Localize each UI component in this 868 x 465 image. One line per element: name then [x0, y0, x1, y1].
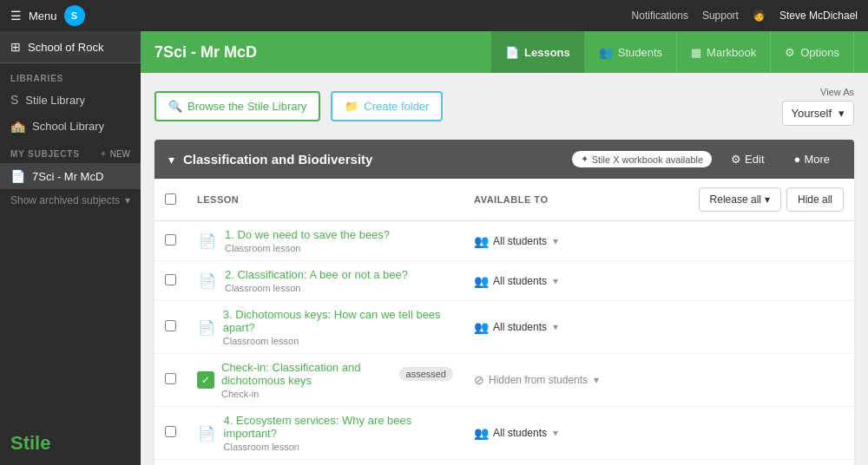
release-all-button[interactable]: Release all ▾ — [699, 187, 781, 212]
avatar[interactable]: S — [64, 5, 85, 26]
hamburger-icon[interactable]: ☰ — [10, 9, 22, 23]
lesson-check-icon: ✓ — [197, 370, 214, 390]
more-unit-button[interactable]: ● More — [784, 148, 840, 170]
school-selector[interactable]: ⊞ School of Rock — [0, 31, 141, 63]
lesson-info: 1. Do we need to save the bees? Classroo… — [225, 228, 390, 253]
school-library-icon: 🏫 — [10, 119, 25, 133]
browse-library-button[interactable]: 🔍 Browse the Stile Library — [155, 91, 320, 121]
availability-dropdown[interactable]: ▾ — [553, 275, 558, 287]
subject-header: 7Sci - Mr McD 📄 Lessons 👥 Students ▦ Mar… — [141, 31, 868, 73]
unit-title: Classification and Biodiversity — [183, 152, 563, 167]
school-name: School of Rock — [28, 41, 103, 54]
lesson-title[interactable]: 2. Classification: A bee or not a bee? — [225, 268, 408, 281]
edit-unit-button[interactable]: ⚙ Edit — [720, 148, 774, 170]
lesson-cell: ✓ Check-in: Classification and dichotomo… — [187, 354, 464, 407]
lesson-info: Check-in: Classification and dichotomous… — [221, 361, 453, 399]
availability-dropdown[interactable]: ▾ — [553, 427, 558, 439]
select-all-checkbox[interactable] — [165, 193, 176, 205]
support-link[interactable]: Support — [702, 10, 739, 22]
nav-left: ☰ Menu S — [10, 5, 85, 26]
collapse-icon[interactable]: ▾ — [168, 153, 174, 167]
release-dropdown-icon: ▾ — [765, 193, 770, 206]
chevron-down-icon: ▾ — [125, 194, 130, 206]
menu-label[interactable]: Menu — [29, 10, 57, 23]
availability-cell: 👥 All students ▾ — [464, 460, 681, 466]
release-all-label: Release all — [710, 193, 761, 206]
my-subjects-header: MY SUBJECTS ＋ NEW — [0, 139, 141, 163]
lesson-cell: 📄 4. Ecosystem services: Why are bees im… — [187, 407, 464, 460]
top-navigation: ☰ Menu S Notifications Support 🧑 Steve M… — [0, 0, 868, 31]
tab-options[interactable]: ⚙ Options — [771, 31, 854, 73]
create-folder-button[interactable]: 📁 Create folder — [331, 91, 443, 121]
availability-label: All students — [493, 427, 547, 439]
lesson-title[interactable]: 4. Ecosystem services: Why are bees impo… — [224, 414, 453, 440]
options-icon: ⚙ — [785, 46, 795, 59]
markbook-tab-label: Markbook — [707, 46, 756, 59]
assessed-badge: assessed — [399, 367, 453, 381]
subject-title: 7Sci - Mr McD — [155, 43, 491, 62]
row-checkbox[interactable] — [165, 234, 176, 246]
availability-dropdown[interactable]: ▾ — [553, 321, 558, 333]
lesson-cell: 📄 5. Biodiversity and food: How do bees … — [187, 460, 464, 466]
lesson-row-content: 📄 2. Classification: A bee or not a bee?… — [197, 268, 453, 293]
sidebar-item-stile-library[interactable]: S Stile Library — [0, 87, 141, 113]
lesson-title[interactable]: 1. Do we need to save the bees? — [225, 228, 390, 241]
lesson-title[interactable]: 3. Dichotomous keys: How can we tell bee… — [223, 308, 453, 334]
row-checkbox[interactable] — [165, 373, 176, 384]
row-checkbox[interactable] — [165, 320, 176, 331]
plus-icon: ＋ — [99, 147, 108, 160]
stile-library-label: Stile Library — [25, 94, 85, 107]
lesson-info: 2. Classification: A bee or not a bee? C… — [225, 268, 408, 293]
content-area: 7Sci - Mr McD 📄 Lessons 👥 Students ▦ Mar… — [141, 31, 868, 465]
row-checkbox[interactable] — [165, 426, 176, 437]
table-row: 📄 2. Classification: A bee or not a bee?… — [155, 261, 854, 301]
table-header-row: LESSON AVAILABLE TO Release all ▾ — [155, 179, 854, 221]
sidebar-item-school-library[interactable]: 🏫 School Library — [0, 113, 141, 139]
row-checkbox-cell — [155, 354, 187, 407]
tab-markbook[interactable]: ▦ Markbook — [677, 31, 771, 73]
availability-dropdown[interactable]: ▾ — [553, 235, 558, 247]
table-row: 📄 1. Do we need to save the bees? Classr… — [155, 221, 854, 261]
lesson-row-content: 📄 3. Dichotomous keys: How can we tell b… — [197, 308, 453, 346]
lesson-type: Check-in — [221, 389, 453, 399]
action-bar: 🔍 Browse the Stile Library 📁 Create fold… — [155, 87, 854, 126]
view-as-control: View As Yourself ▾ — [782, 87, 855, 126]
options-tab-label: Options — [800, 46, 839, 59]
dropdown-arrow-icon: ▾ — [838, 107, 845, 120]
grid-icon: ⊞ — [10, 40, 21, 54]
lesson-type: Classroom lesson — [225, 243, 390, 253]
view-as-dropdown[interactable]: Yourself ▾ — [782, 101, 855, 126]
availability-label: Hidden from students — [489, 374, 588, 386]
th-actions: Release all ▾ Hide all — [681, 179, 854, 221]
gear-icon: ⚙ — [731, 153, 741, 166]
lesson-title[interactable]: Check-in: Classification and dichotomous… — [221, 361, 389, 387]
show-archived-button[interactable]: Show archived subjects ▾ — [0, 189, 141, 212]
table-row: 📄 5. Biodiversity and food: How do bees … — [155, 460, 854, 466]
lesson-info: 3. Dichotomous keys: How can we tell bee… — [223, 308, 453, 346]
availability-badge: 👥 All students ▾ — [474, 274, 558, 288]
sidebar-item-active-subject[interactable]: 📄 7Sci - Mr McD — [0, 163, 141, 189]
new-subject-button[interactable]: ＋ NEW — [99, 147, 130, 160]
badge-label: Stile X workbook available — [592, 154, 703, 165]
view-as-label: View As — [820, 87, 854, 97]
user-name: Steve McDichael — [779, 10, 858, 22]
notifications-link[interactable]: Notifications — [632, 10, 688, 22]
availability-badge: 👥 All students ▾ — [474, 426, 558, 440]
tab-students[interactable]: 👥 Students — [585, 31, 677, 73]
view-as-value: Yourself — [792, 107, 832, 120]
tab-lessons[interactable]: 📄 Lessons — [491, 31, 585, 73]
actions-cell — [681, 261, 854, 301]
actions-cell — [681, 354, 854, 407]
markbook-icon: ▦ — [691, 46, 701, 59]
students-icon: 👥 — [474, 320, 489, 334]
availability-dropdown[interactable]: ▾ — [594, 374, 599, 386]
availability-cell: 👥 All students ▾ — [464, 301, 681, 354]
show-archived-label: Show archived subjects — [10, 194, 120, 206]
lesson-type: Classroom lesson — [223, 336, 453, 346]
lessons-icon: 📄 — [505, 46, 519, 59]
hide-all-button[interactable]: Hide all — [786, 187, 844, 212]
circle-icon: ● — [794, 153, 801, 166]
row-checkbox[interactable] — [165, 274, 176, 285]
school-library-label: School Library — [32, 120, 104, 133]
lesson-doc-icon: 📄 — [197, 271, 218, 291]
